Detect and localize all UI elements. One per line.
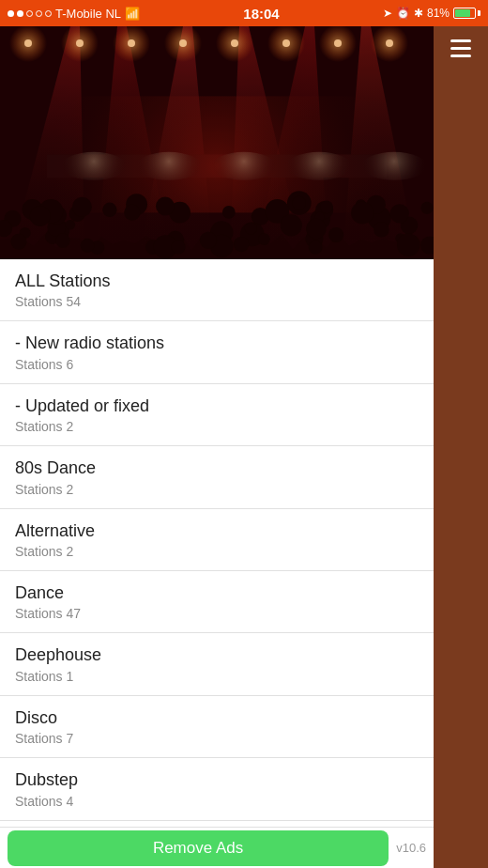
wifi-icon: 📶 — [125, 7, 140, 21]
station-count: Stations 2 — [15, 544, 419, 559]
status-left: T-Mobile NL 📶 — [8, 7, 140, 21]
bar-line-1 — [450, 39, 471, 42]
station-count: Stations 2 — [15, 482, 419, 497]
right-sidebar — [434, 26, 488, 868]
status-right: ➤ ⏰ ✱ 81% — [383, 7, 480, 20]
concert-canvas — [0, 26, 434, 259]
station-count: Stations 47 — [15, 606, 419, 621]
signal-dots — [8, 10, 52, 17]
station-item[interactable]: ALL StationsStations 54 — [0, 259, 434, 321]
bar-line-2 — [450, 47, 471, 50]
station-name: Alternative — [15, 520, 419, 542]
station-item[interactable]: DeephouseStations 1 — [0, 633, 434, 695]
version-label: v10.6 — [396, 841, 434, 855]
location-icon: ➤ — [383, 7, 392, 20]
dot-5 — [45, 10, 52, 17]
alarm-icon: ⏰ — [396, 7, 410, 20]
concert-image — [0, 26, 434, 259]
station-item[interactable]: DanceStations 47 — [0, 571, 434, 633]
remove-ads-button[interactable]: Remove Ads — [8, 830, 389, 866]
station-name: Disco — [15, 707, 419, 729]
station-name: Dance — [15, 582, 419, 604]
station-item[interactable]: DubstepStations 4 — [0, 758, 434, 820]
station-count: Stations 6 — [15, 357, 419, 372]
station-count: Stations 54 — [15, 294, 419, 309]
menu-bars-button[interactable] — [450, 39, 471, 57]
battery-icon — [453, 8, 480, 19]
battery-body — [453, 8, 476, 19]
station-name: Deephouse — [15, 644, 419, 666]
dot-4 — [36, 10, 42, 17]
station-name: Dubstep — [15, 769, 419, 791]
station-name: 80s Dance — [15, 457, 419, 479]
dot-2 — [17, 10, 23, 17]
bottom-bar: Remove Ads v10.6 — [0, 827, 434, 868]
battery-tip — [478, 10, 480, 16]
dot-3 — [26, 10, 33, 17]
bluetooth-icon: ✱ — [414, 7, 423, 20]
bar-line-3 — [450, 54, 471, 57]
main-content: ALL StationsStations 54- New radio stati… — [0, 26, 434, 868]
station-count: Stations 2 — [15, 419, 419, 434]
station-item[interactable]: DiscoStations 7 — [0, 696, 434, 758]
station-count: Stations 7 — [15, 731, 419, 746]
station-item[interactable]: AlternativeStations 2 — [0, 509, 434, 571]
battery-fill — [455, 9, 470, 17]
battery-percent: 81% — [427, 7, 450, 20]
station-item[interactable]: 80s DanceStations 2 — [0, 446, 434, 508]
station-item[interactable]: - Updated or fixedStations 2 — [0, 384, 434, 446]
dot-1 — [8, 10, 14, 17]
carrier-label: T-Mobile NL — [55, 7, 121, 21]
status-time: 18:04 — [243, 6, 279, 22]
station-list: ALL StationsStations 54- New radio stati… — [0, 259, 434, 868]
station-item[interactable]: - New radio stationsStations 6 — [0, 321, 434, 383]
station-count: Stations 4 — [15, 794, 419, 809]
station-name: - New radio stations — [15, 333, 419, 354]
station-name: ALL Stations — [15, 271, 419, 292]
station-name: - Updated or fixed — [15, 395, 419, 417]
status-bar: T-Mobile NL 📶 18:04 ➤ ⏰ ✱ 81% — [0, 0, 488, 26]
station-count: Stations 1 — [15, 669, 419, 684]
